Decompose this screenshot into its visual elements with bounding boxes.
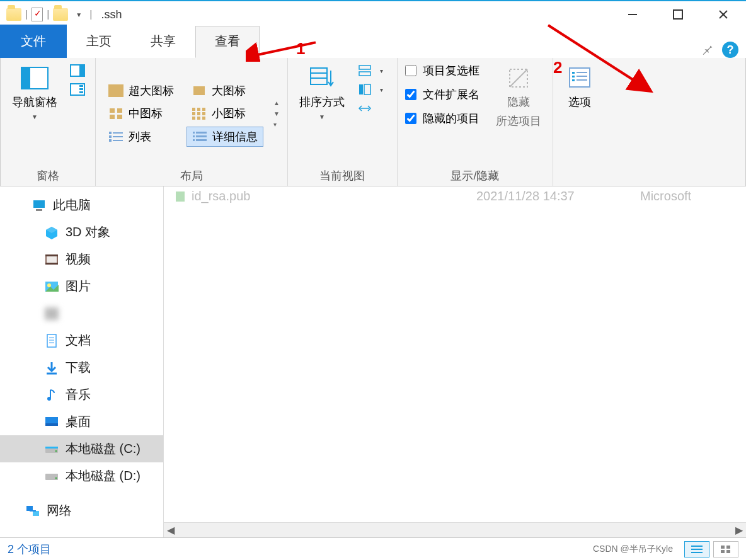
layout-medium[interactable]: 中图标 xyxy=(103,104,179,123)
help-icon[interactable]: ? xyxy=(722,42,738,58)
svg-rect-37 xyxy=(196,135,207,137)
svg-rect-13 xyxy=(193,86,205,95)
sidebar-disk-d[interactable]: 本地磁盘 (D:) xyxy=(0,462,163,489)
svg-rect-86 xyxy=(726,546,730,549)
group-current-view: 排序方式 ▼ ▾ ▾ 当前视图 xyxy=(288,58,398,186)
svg-rect-12 xyxy=(108,84,123,97)
svg-rect-61 xyxy=(45,263,58,265)
sidebar-downloads[interactable]: 下载 xyxy=(0,354,163,381)
annotation-1: 1 xyxy=(296,39,305,59)
hidden-items[interactable]: 隐藏的项目 xyxy=(405,111,479,126)
preview-pane-button[interactable] xyxy=(67,63,88,78)
options-label: 选项 xyxy=(568,94,591,110)
watermark: CSDN @半吊子Kyle xyxy=(593,544,673,555)
svg-rect-10 xyxy=(79,88,83,90)
navigation-pane-button[interactable]: 导航窗格 ▼ xyxy=(8,63,61,123)
svg-rect-5 xyxy=(21,67,30,89)
group-by-button[interactable]: ▾ xyxy=(355,63,389,78)
svg-rect-81 xyxy=(176,191,185,202)
layout-list[interactable]: 列表 xyxy=(103,127,179,147)
svg-rect-32 xyxy=(113,140,123,141)
tab-file[interactable]: 文件 xyxy=(0,25,67,58)
svg-rect-14 xyxy=(110,108,115,113)
svg-rect-85 xyxy=(721,546,725,549)
sidebar-3d-objects[interactable]: 3D 对象 xyxy=(0,219,163,246)
pictures-icon xyxy=(44,280,59,294)
scroll-right-icon[interactable]: ▶ xyxy=(732,524,746,536)
sidebar-documents[interactable]: 文档 xyxy=(0,327,163,354)
details-view-toggle[interactable] xyxy=(684,541,709,557)
svg-rect-26 xyxy=(202,117,205,120)
thumbnails-view-toggle[interactable] xyxy=(713,541,738,557)
layout-details[interactable]: 详细信息 xyxy=(186,127,263,147)
layout-large[interactable]: 大图标 xyxy=(186,81,263,100)
minimize-button[interactable] xyxy=(610,2,655,27)
chevron-down-icon[interactable]: ▼ xyxy=(76,11,82,18)
layout-xl[interactable]: 超大图标 xyxy=(103,81,179,100)
sidebar-disk-c[interactable]: 本地磁盘 (C:) xyxy=(0,435,163,462)
new-folder-icon[interactable] xyxy=(53,8,68,21)
sidebar-network[interactable]: 网络 xyxy=(0,497,163,524)
svg-rect-88 xyxy=(726,550,730,553)
hide-selected-button: 隐藏 所选项目 xyxy=(492,63,545,131)
add-columns-button[interactable]: ▾ xyxy=(355,82,389,97)
svg-rect-17 xyxy=(117,115,122,119)
horizontal-scrollbar[interactable]: ◀ ▶ xyxy=(164,522,746,537)
close-button[interactable] xyxy=(701,2,746,27)
svg-point-70 xyxy=(47,397,51,401)
file-row[interactable]: id_rsa.pub 2021/11/28 14:37 Microsoft xyxy=(164,186,746,206)
file-extensions[interactable]: 文件扩展名 xyxy=(405,87,479,102)
sidebar-videos[interactable]: 视频 xyxy=(0,246,163,273)
content-area: 此电脑 3D 对象 视频 图片 文档 下载 音乐 桌面 本地磁盘 (C:) 本地… xyxy=(0,186,746,537)
navigation-sidebar[interactable]: 此电脑 3D 对象 视频 图片 文档 下载 音乐 桌面 本地磁盘 (C:) 本地… xyxy=(0,186,164,537)
tab-home[interactable]: 主页 xyxy=(67,26,131,58)
svg-rect-20 xyxy=(202,108,205,111)
pin-icon[interactable] xyxy=(701,42,714,58)
group-panes-label: 窗格 xyxy=(8,164,88,183)
svg-rect-9 xyxy=(79,85,83,87)
options-button[interactable]: 选项 xyxy=(561,63,599,112)
sort-label: 排序方式 xyxy=(299,94,345,110)
details-pane-button[interactable] xyxy=(67,82,88,97)
item-checkboxes[interactable]: 项目复选框 xyxy=(405,63,479,78)
sidebar-pictures[interactable]: 图片 xyxy=(0,273,163,300)
properties-icon[interactable] xyxy=(32,8,43,21)
scroll-down-icon[interactable]: ▼ xyxy=(273,110,280,117)
svg-rect-39 xyxy=(311,68,327,84)
size-columns-button[interactable] xyxy=(355,101,389,116)
svg-rect-1 xyxy=(674,10,682,19)
svg-rect-65 xyxy=(47,334,56,347)
expand-icon[interactable]: ▾ xyxy=(273,121,280,128)
svg-point-77 xyxy=(55,477,57,479)
svg-rect-38 xyxy=(196,139,207,141)
svg-rect-43 xyxy=(359,72,370,76)
svg-rect-11 xyxy=(79,91,83,93)
sidebar-redacted[interactable] xyxy=(0,300,163,327)
ribbon-tabs: 文件 主页 共享 查看 ? xyxy=(0,28,746,58)
svg-rect-19 xyxy=(197,108,200,111)
scroll-left-icon[interactable]: ◀ xyxy=(164,524,178,536)
layout-small[interactable]: 小图标 xyxy=(186,104,263,123)
sort-button[interactable]: 排序方式 ▼ xyxy=(296,63,348,123)
svg-rect-83 xyxy=(691,549,703,550)
maximize-button[interactable] xyxy=(655,2,701,27)
svg-rect-42 xyxy=(359,66,370,69)
svg-rect-49 xyxy=(572,76,575,77)
scroll-up-icon[interactable]: ▲ xyxy=(273,100,280,106)
svg-rect-30 xyxy=(113,132,123,134)
sidebar-music[interactable]: 音乐 xyxy=(0,381,163,408)
tab-view[interactable]: 查看 xyxy=(195,26,260,58)
file-list[interactable]: id_rsa.pub 2021/11/28 14:37 Microsoft ◀ … xyxy=(164,186,746,537)
navigation-pane-label: 导航窗格 xyxy=(12,94,57,110)
item-count: 2 个项目 xyxy=(8,542,51,557)
tab-share[interactable]: 共享 xyxy=(131,26,195,58)
svg-rect-22 xyxy=(197,112,200,115)
sidebar-this-pc[interactable]: 此电脑 xyxy=(0,191,163,219)
svg-rect-82 xyxy=(691,546,703,547)
disk-icon xyxy=(44,469,59,483)
download-icon xyxy=(44,361,59,375)
sidebar-desktop[interactable]: 桌面 xyxy=(0,408,163,435)
svg-rect-29 xyxy=(109,139,112,142)
svg-rect-16 xyxy=(110,115,115,119)
svg-rect-24 xyxy=(192,117,195,120)
